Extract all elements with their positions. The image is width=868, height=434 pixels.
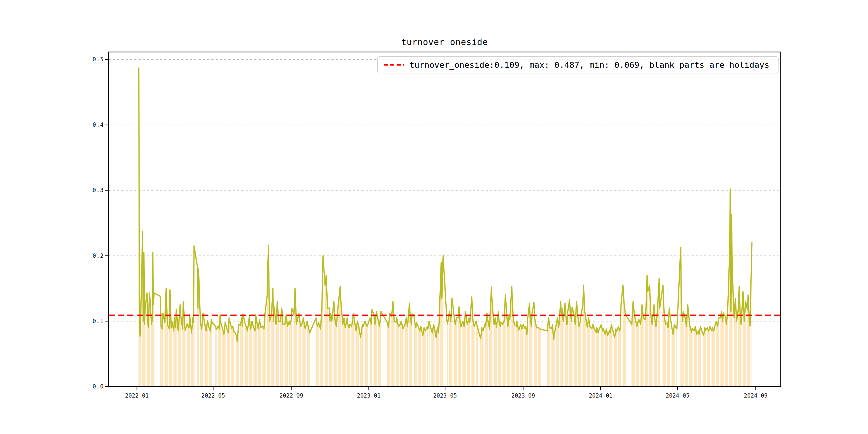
- holiday-band: [418, 326, 421, 386]
- holiday-band: [258, 320, 261, 386]
- y-tick-label: 0.0: [93, 383, 104, 390]
- holiday-band: [712, 328, 715, 386]
- holiday-band: [707, 326, 710, 386]
- y-axis: 0.00.10.20.30.40.5: [93, 56, 108, 390]
- x-tick-label: 2022-01: [125, 393, 149, 399]
- holiday-band: [609, 324, 613, 386]
- holiday-band: [516, 321, 519, 386]
- y-tick-label: 0.2: [93, 253, 104, 259]
- holiday-band: [365, 321, 368, 386]
- holiday-band: [605, 329, 608, 386]
- y-tick-label: 0.5: [93, 56, 104, 63]
- holiday-band: [596, 328, 599, 386]
- holiday-band: [423, 328, 426, 386]
- holiday-band: [591, 324, 595, 386]
- x-tick-label: 2022-09: [279, 393, 303, 399]
- holiday-band: [405, 318, 408, 386]
- y-tick-label: 0.3: [93, 187, 104, 193]
- holiday-band: [520, 324, 524, 386]
- holiday-band: [245, 323, 248, 386]
- figure: { "figure": {"width": 3240, "height": 16…: [0, 0, 868, 434]
- holiday-band: [716, 318, 719, 386]
- red-dashed-line-icon: [383, 63, 405, 66]
- holiday-band: [431, 324, 435, 386]
- holiday-band: [720, 311, 723, 386]
- holiday-bands: [138, 68, 752, 386]
- y-tick-label: 0.1: [93, 318, 104, 324]
- holiday-band: [427, 327, 428, 386]
- holiday-band: [429, 321, 430, 386]
- holiday-band: [316, 318, 319, 386]
- x-tick-label: 2024-01: [589, 393, 613, 399]
- x-tick-label: 2024-05: [666, 393, 689, 399]
- holiday-band: [231, 326, 234, 386]
- holiday-band: [698, 326, 701, 386]
- x-tick-label: 2023-01: [357, 393, 381, 399]
- holiday-band: [347, 318, 350, 386]
- holiday-band: [476, 321, 478, 386]
- x-tick-label: 2022-05: [201, 393, 225, 399]
- holiday-band: [467, 318, 470, 386]
- holiday-band: [694, 326, 697, 386]
- holiday-band: [601, 324, 603, 386]
- holiday-band: [396, 318, 399, 386]
- legend: turnover_oneside:0.109, max: 0.487, min:…: [377, 56, 778, 73]
- holiday-band: [703, 328, 706, 386]
- holiday-band: [689, 324, 692, 386]
- holiday-band: [676, 329, 677, 386]
- legend-label: turnover_oneside:0.109, max: 0.487, min:…: [409, 60, 769, 70]
- holiday-band: [636, 320, 639, 386]
- holiday-band: [538, 328, 541, 386]
- holiday-band: [215, 326, 217, 386]
- x-tick-label: 2024-09: [744, 393, 768, 399]
- y-tick-label: 0.4: [93, 122, 104, 128]
- x-tick-label: 2023-09: [512, 393, 535, 399]
- x-axis: 2022-012022-052022-092023-012023-052023-…: [125, 386, 768, 399]
- holiday-band: [400, 321, 403, 386]
- holiday-band: [446, 321, 448, 386]
- x-tick-label: 2023-05: [433, 393, 457, 399]
- turnover-line: [139, 68, 752, 342]
- holiday-band: [454, 314, 457, 386]
